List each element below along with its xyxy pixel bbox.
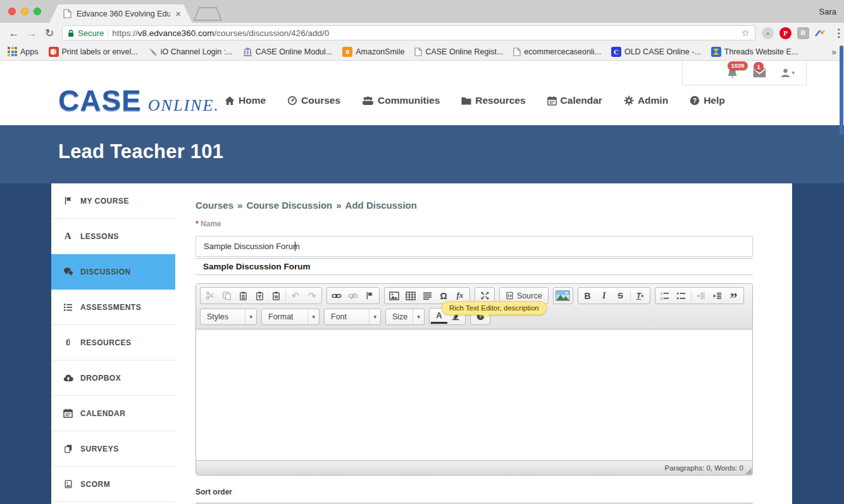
reload-button[interactable]: ↻ [40, 28, 58, 39]
sidebar-item-surveys[interactable]: SURVEYS [51, 431, 175, 467]
size-dropdown[interactable]: Size ▾ [385, 309, 425, 325]
secure-label[interactable]: Secure [78, 28, 104, 38]
tab-title: Edvance 360 Evolving Educati [77, 9, 170, 18]
svg-text:2: 2 [661, 296, 662, 300]
cut-icon[interactable] [202, 288, 218, 303]
paste-icon[interactable] [235, 288, 251, 303]
pinterest-extension-icon[interactable]: P [779, 27, 791, 39]
resize-grip-icon[interactable] [745, 468, 752, 474]
bookmark-amazonsmile[interactable]: a AmazonSmile [342, 47, 404, 57]
browser-menu-icon[interactable]: ⋮ [833, 27, 844, 40]
nav-resources[interactable]: Resources [461, 95, 525, 106]
bookmark-old-case[interactable]: C OLD CASE Online -... [611, 47, 701, 57]
nav-help[interactable]: ? Help [690, 95, 725, 106]
sidebar-label: DISCUSSION [80, 267, 131, 276]
font-label: Font [331, 312, 347, 321]
nav-home[interactable]: Home [225, 95, 266, 106]
indent-icon[interactable] [709, 288, 726, 303]
nav-label: Help [704, 95, 725, 106]
paste-word-icon[interactable]: W [268, 288, 284, 303]
browser-tab[interactable]: Edvance 360 Evolving Educati × [49, 4, 192, 23]
bookmark-case-modules[interactable]: CASE Online Modul... [243, 47, 333, 56]
nav-label: Admin [638, 95, 668, 106]
copy-icon[interactable] [218, 288, 235, 303]
editor-content-area[interactable] [196, 329, 752, 460]
strikethrough-button[interactable]: S [612, 288, 629, 303]
link-icon[interactable] [328, 288, 345, 303]
tab-close-icon[interactable]: × [175, 9, 181, 18]
sidebar-item-my-course[interactable]: MY COURSE [51, 183, 175, 219]
bold-button[interactable]: B [580, 288, 596, 303]
nav-calendar[interactable]: Calendar [547, 95, 602, 106]
insert-image-icon[interactable] [386, 288, 402, 303]
format-dropdown[interactable]: Format ▾ [261, 309, 320, 325]
svg-text:1: 1 [661, 292, 662, 295]
sidebar-item-assessments[interactable]: ASSESSMENTS [51, 290, 175, 325]
horizontal-rule-icon[interactable] [419, 288, 435, 303]
close-window-button[interactable] [8, 8, 16, 15]
font-dropdown[interactable]: Font ▾ [324, 309, 381, 325]
sidebar-item-lessons[interactable]: A LESSONS [51, 219, 175, 254]
sidebar-item-calendar[interactable]: CALENDAR [51, 396, 175, 431]
zoom-window-button[interactable] [34, 8, 41, 15]
bookmark-star-icon[interactable]: ☆ [742, 27, 750, 39]
new-tab-button[interactable] [194, 6, 223, 22]
sidebar-item-resources[interactable]: RESOURCES [51, 325, 175, 360]
chevron-down-icon: ▾ [307, 309, 319, 324]
browser-profile-name[interactable]: Sara [819, 7, 836, 16]
sidebar-label: SCORM [80, 480, 110, 489]
bookmark-case-registration[interactable]: CASE Online Regist... [414, 47, 503, 56]
breadcrumb-separator: » [233, 200, 246, 211]
logo-online-text: ONLINE. [148, 96, 220, 115]
bookmark-ecommerce[interactable]: ecommercecaseonli... [513, 47, 601, 56]
outdent-icon[interactable] [693, 288, 709, 303]
image-browser-button[interactable] [555, 288, 571, 303]
name-input[interactable] [195, 236, 753, 257]
bookmark-apps[interactable]: Apps [8, 47, 39, 56]
anchor-flag-icon[interactable] [361, 288, 378, 303]
r-extension-icon[interactable]: R [797, 27, 809, 39]
paste-text-icon[interactable] [251, 288, 268, 303]
remove-format-button[interactable]: Tx [632, 288, 649, 303]
swoosh-extension-icon[interactable] [815, 28, 826, 37]
bookmarks-overflow-icon[interactable]: » [831, 47, 836, 57]
nav-courses[interactable]: Courses [287, 95, 340, 106]
nav-communities[interactable]: Communities [362, 95, 440, 106]
sidebar-item-scorm[interactable]: SCORM [51, 467, 175, 502]
bulleted-list-icon[interactable] [673, 288, 690, 303]
io-channel-favicon [148, 47, 158, 56]
styles-dropdown[interactable]: Styles ▾ [200, 309, 257, 325]
messages-envelope[interactable]: 1 [753, 68, 766, 78]
bookmark-io-channel[interactable]: iO Channel Login :... [148, 47, 233, 56]
address-bar[interactable]: Secure https://v8.edvance360.com/courses… [62, 25, 755, 40]
forward-button[interactable]: → [23, 28, 40, 39]
minimize-window-button[interactable] [21, 8, 28, 15]
site-logo[interactable]: CASE ONLINE. [58, 86, 220, 115]
nav-label: Courses [301, 95, 340, 106]
breadcrumb-course-discussion[interactable]: Course Discussion [246, 200, 332, 211]
blockquote-icon[interactable]: ” [726, 288, 742, 303]
bookmark-print-labels[interactable]: Print labels or envel... [49, 47, 138, 57]
sidebar-item-discussion[interactable]: DISCUSSION [51, 254, 175, 290]
bookmark-threads[interactable]: Threads Website E... [711, 47, 798, 57]
url-path: /courses/discussion/426/add/0 [214, 28, 330, 38]
account-menu[interactable]: ▾ [780, 68, 795, 78]
ordered-list-icon[interactable]: 12 [657, 288, 673, 303]
notification-box: 1026 1 ▾ [682, 61, 807, 85]
italic-button[interactable]: I [596, 288, 612, 303]
unlink-icon[interactable] [345, 288, 361, 303]
alerts-bell[interactable]: 1026 [726, 67, 739, 79]
content-panel: MY COURSE A LESSONS DISCUSSION ASSES [51, 183, 792, 504]
person-icon [780, 68, 791, 78]
back-button[interactable]: ← [5, 28, 23, 39]
url-text[interactable]: https://v8.edvance360.com/courses/discus… [112, 28, 329, 38]
sidebar-item-dropbox[interactable]: DROPBOX [51, 360, 175, 396]
breadcrumb-courses[interactable]: Courses [195, 200, 233, 211]
redo-icon[interactable]: ↷ [304, 288, 320, 303]
drive-extension-icon[interactable]: ▲ [762, 27, 774, 39]
undo-icon[interactable]: ↶ [287, 288, 304, 303]
insert-table-icon[interactable] [402, 288, 419, 303]
page-scrollbar-thumb[interactable] [840, 46, 843, 135]
nav-admin[interactable]: Admin [624, 95, 668, 106]
main-content: Courses»Course Discussion»Add Discussion… [175, 183, 792, 504]
